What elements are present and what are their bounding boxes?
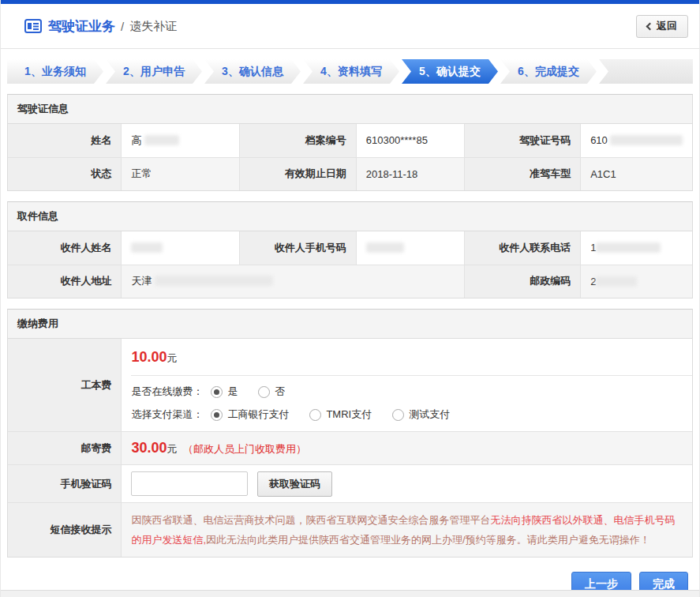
redacted-blur xyxy=(144,135,179,145)
redacted-blur xyxy=(610,135,683,145)
table-row: 姓名 高 档案编号 610300****85 驾驶证号码 610 xyxy=(8,124,692,157)
recipient-mobile-label: 收件人手机号码 xyxy=(240,231,356,265)
payment-channel-question: 选择支付渠道： xyxy=(131,407,203,422)
step-3[interactable]: 3、确认信息 xyxy=(204,59,301,84)
table-row: 短信接收提示 因陕西省联通、电信运营商技术问题，陕西省互联网交通安全综合服务管理… xyxy=(8,503,692,558)
expiry-date-label: 有效期止日期 xyxy=(240,157,356,190)
channel-icbc-option[interactable]: 工商银行支付 xyxy=(211,407,289,422)
online-no-option[interactable]: 否 xyxy=(258,385,285,399)
table-row: 邮寄费 30.00元 （邮政人员上门收取费用） xyxy=(8,432,692,465)
license-info-title: 驾驶证信息 xyxy=(8,95,692,124)
payment-title: 缴纳费用 xyxy=(8,310,692,339)
channel-test-label: 测试支付 xyxy=(409,407,450,422)
redacted-blur xyxy=(596,242,661,253)
radio-unchecked-icon[interactable] xyxy=(309,409,321,421)
table-row: 状态 正常 有效期止日期 2018-11-18 准驾车型 A1C1 xyxy=(8,157,692,190)
back-button[interactable]: 返回 xyxy=(636,15,688,38)
online-payment-question-row: 是否在线缴费： 是 否 xyxy=(131,385,692,399)
recipient-phone-label: 收件人联系电话 xyxy=(464,231,580,265)
breadcrumb-separator: / xyxy=(121,20,124,33)
production-fee-amount-row: 10.00元 xyxy=(131,339,692,376)
postage-fee-amount: 30.00 xyxy=(131,440,167,456)
file-number-label: 档案编号 xyxy=(240,124,356,157)
license-list-icon xyxy=(24,19,42,33)
payment-table: 工本费 10.00元 是否在线缴费： 是 否 选择支付渠道： 工商银行支付 TM… xyxy=(8,339,692,557)
sms-code-label: 手机验证码 xyxy=(8,465,122,503)
sms-code-cell: 获取验证码 xyxy=(122,465,692,503)
radio-unchecked-icon[interactable] xyxy=(392,409,404,421)
recipient-address-value: 天津 xyxy=(122,265,464,298)
page-title: 驾驶证业务 xyxy=(48,17,115,36)
step-wizard: 1、业务须知 2、用户申告 3、确认信息 4、资料填写 5、确认提交 6、完成提… xyxy=(7,59,693,84)
sms-notice-text: 因陕西省联通、电信运营商技术问题，陕西省互联网交通安全综合服务管理平台无法向持陕… xyxy=(122,503,692,558)
breadcrumb-page: 遗失补证 xyxy=(129,19,177,34)
vehicle-class-label: 准驾车型 xyxy=(464,157,580,190)
payment-channel-row: 选择支付渠道： 工商银行支付 TMRI支付 测试支付 xyxy=(131,407,692,422)
table-row: 工本费 10.00元 是否在线缴费： 是 否 选择支付渠道： 工商银行支付 TM… xyxy=(8,339,692,432)
online-yes-label: 是 xyxy=(227,385,238,399)
license-number-label: 驾驶证号码 xyxy=(464,124,580,157)
redacted-blur xyxy=(155,276,273,286)
postage-fee-cell: 30.00元 （邮政人员上门收取费用） xyxy=(122,432,692,465)
vehicle-class-value: A1C1 xyxy=(581,157,692,190)
sms-notice-part1: 因陕西省联通、电信运营商技术问题，陕西省互联网交通安全综合服务管理平台 xyxy=(131,514,490,526)
name-label: 姓名 xyxy=(8,124,122,157)
file-number-value: 610300****85 xyxy=(356,124,464,157)
radio-checked-icon[interactable] xyxy=(211,386,223,398)
get-sms-code-button[interactable]: 获取验证码 xyxy=(257,471,332,497)
expiry-date-value: 2018-11-18 xyxy=(356,157,464,190)
production-fee-label: 工本费 xyxy=(8,339,122,432)
license-number-value: 610 xyxy=(581,124,692,157)
pickup-info-section: 取件信息 收件人姓名 收件人手机号码 收件人联系电话 1 收件人地址 天津 邮政… xyxy=(7,201,693,298)
header: 驾驶证业务 / 遗失补证 返回 xyxy=(1,4,699,49)
online-payment-question: 是否在线缴费： xyxy=(131,385,203,399)
step-4[interactable]: 4、资料填写 xyxy=(303,59,399,84)
postage-fee-unit: 元 xyxy=(167,443,177,455)
pickup-info-title: 取件信息 xyxy=(8,202,692,231)
bottom-strip xyxy=(1,590,699,597)
production-fee-amount: 10.00 xyxy=(131,349,167,365)
status-label: 状态 xyxy=(8,157,122,190)
online-no-label: 否 xyxy=(275,385,285,399)
table-row: 收件人地址 天津 邮政编码 2 xyxy=(8,265,692,298)
redacted-blur xyxy=(596,276,637,287)
step-2[interactable]: 2、用户申告 xyxy=(106,59,202,84)
page: 驾驶证业务 / 遗失补证 返回 1、业务须知 2、用户申告 3、确认信息 4、资… xyxy=(0,0,700,597)
channel-tmri-option[interactable]: TMRI支付 xyxy=(309,407,372,422)
redacted-blur xyxy=(131,242,163,253)
recipient-address-label: 收件人地址 xyxy=(8,265,122,298)
postal-code-label: 邮政编码 xyxy=(464,265,580,298)
pickup-info-table: 收件人姓名 收件人手机号码 收件人联系电话 1 收件人地址 天津 邮政编码 2 xyxy=(8,231,692,298)
postage-fee-note: （邮政人员上门收取费用） xyxy=(183,443,306,455)
radio-checked-icon[interactable] xyxy=(211,409,223,421)
back-button-label: 返回 xyxy=(657,19,677,33)
sms-notice-label: 短信接收提示 xyxy=(8,503,122,558)
postal-code-value: 2 xyxy=(581,265,692,298)
recipient-name-label: 收件人姓名 xyxy=(8,231,122,265)
production-fee-unit: 元 xyxy=(167,352,177,364)
table-row: 手机验证码 获取验证码 xyxy=(8,465,692,503)
payment-section: 缴纳费用 工本费 10.00元 是否在线缴费： 是 否 选择支付渠道： 工 xyxy=(7,309,693,558)
status-value: 正常 xyxy=(122,157,240,190)
license-info-section: 驾驶证信息 姓名 高 档案编号 610300****85 驾驶证号码 610 状… xyxy=(7,94,693,191)
chevron-left-icon xyxy=(646,22,654,30)
recipient-name-value xyxy=(122,231,240,265)
postage-fee-label: 邮寄费 xyxy=(8,432,122,465)
step-1[interactable]: 1、业务须知 xyxy=(7,59,103,84)
license-info-table: 姓名 高 档案编号 610300****85 驾驶证号码 610 状态 正常 有… xyxy=(8,124,692,190)
channel-icbc-label: 工商银行支付 xyxy=(227,407,289,422)
recipient-phone-value: 1 xyxy=(581,231,692,265)
online-yes-option[interactable]: 是 xyxy=(211,385,238,399)
production-fee-cell: 10.00元 是否在线缴费： 是 否 选择支付渠道： 工商银行支付 TMRI支付… xyxy=(122,339,692,432)
channel-tmri-label: TMRI支付 xyxy=(326,407,372,422)
sms-notice-part3: 因此无法向此类用户提供陕西省交通管理业务的网上办理/预约等服务。请此类用户避免无… xyxy=(206,534,650,546)
step-6[interactable]: 6、完成提交 xyxy=(500,59,597,84)
redacted-blur xyxy=(366,242,404,253)
table-row: 收件人姓名 收件人手机号码 收件人联系电话 1 xyxy=(8,231,692,265)
radio-unchecked-icon[interactable] xyxy=(258,386,270,398)
step-5-active[interactable]: 5、确认提交 xyxy=(402,59,498,84)
sms-code-input[interactable] xyxy=(131,471,248,496)
channel-test-option[interactable]: 测试支付 xyxy=(392,407,450,422)
name-value: 高 xyxy=(122,124,240,157)
step-wizard-filler xyxy=(599,59,693,84)
